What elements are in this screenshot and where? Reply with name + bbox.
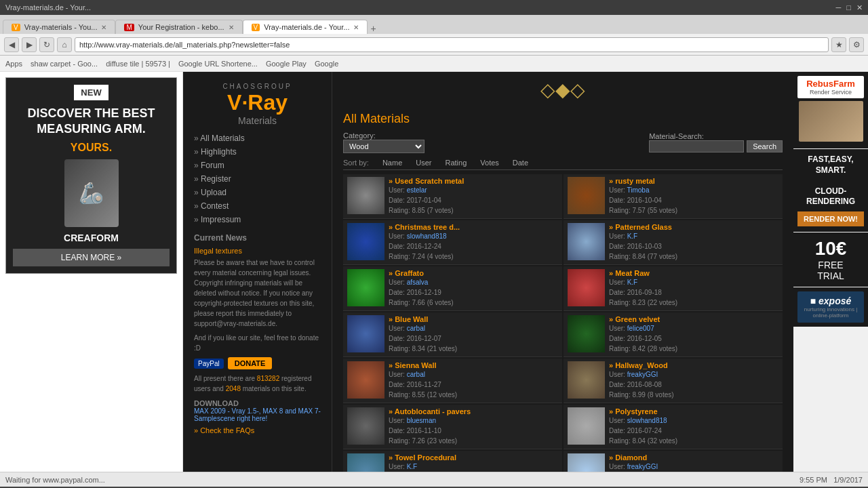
mat-name[interactable]: » Meat Raw [609,269,778,277]
mat-info: » Christmas tree d... User: slowhand818 … [389,223,558,262]
category-select[interactable]: Wood [343,140,425,153]
mat-info: » Hallway_Wood User: freakyGGI Date: 201… [609,361,778,400]
tab-3-close[interactable]: ✕ [353,24,359,31]
sort-rating[interactable]: Rating [445,159,467,167]
sort-name[interactable]: Name [382,159,402,167]
nav-register[interactable]: Register [194,172,321,186]
nav-links: All Materials Highlights Forum Register … [183,131,332,226]
nav-highlights[interactable]: Highlights [194,145,321,159]
bookmark-google[interactable]: Google [315,60,338,68]
mat-user[interactable]: K.F [407,463,418,470]
mat-name[interactable]: » Towel Procedural [389,453,558,462]
mat-user[interactable]: slowhand818 [407,232,447,240]
mat-name[interactable]: » Polystyrene [609,407,778,415]
mat-user[interactable]: carbal [407,371,425,378]
bookmark-btn[interactable]: ★ [831,37,846,52]
trial-price: 10€ [797,238,864,260]
mat-user[interactable]: estelar [407,186,427,194]
new-tab-btn[interactable]: + [370,23,376,34]
download-links[interactable]: MAX 2009 - Vray 1.5-, MAX 8 and MAX 7-Sa… [194,407,321,422]
faq-link[interactable]: » Check the FAQs [194,426,321,434]
mat-name[interactable]: » Used Scratch metal [389,177,558,185]
mat-name[interactable]: » Graffato [389,269,558,277]
settings-btn[interactable]: ⚙ [849,37,864,52]
mat-meta: User: carbal Date: 2016-11-27 Rating: 8.… [389,369,558,400]
tab-2-label: Your Registration - kebo... [138,23,224,31]
mat-name[interactable]: » rusty metal [609,177,778,185]
left-sidebar: CHAOSGROUP V·Ray Materials All Materials… [183,72,332,472]
nav-all-materials[interactable]: All Materials [194,131,321,145]
nav-bar: ◀ ▶ ↻ ⌂ ★ ⚙ [0,34,868,56]
mat-name[interactable]: » Autoblocanti - pavers [389,407,558,415]
tab-3[interactable]: V Vray-materials.de - Your... ✕ [243,20,368,34]
mat-user[interactable]: freakyGGI [627,463,658,470]
mat-meta: User: K.F Date: 2016-09-18 Rating: 8.23 … [609,277,778,308]
download-section: DOWNLOAD MAX 2009 - Vray 1.5-, MAX 8 and… [183,399,332,422]
nav-contest[interactable]: Contest [194,199,321,213]
mat-meta: User: bluesman Date: 2016-11-10 Rating: … [389,415,558,446]
back-btn[interactable]: ◀ [4,37,19,52]
mat-name[interactable]: » Christmas tree d... [389,223,558,231]
learn-more-btn[interactable]: LEARN MORE » [13,249,170,266]
diamond-logo-area: ◇◆◇ [332,72,793,108]
mat-user[interactable]: freakyGGI [627,371,658,378]
right-ad-panel: RebusFarm Render Service FAST,EASY,SMART… [793,72,868,472]
maximize-btn[interactable]: □ [846,3,851,12]
users-link[interactable]: 813282 [257,375,279,382]
home-btn[interactable]: ⌂ [57,37,72,52]
mat-user[interactable]: Timoba [627,186,650,194]
sort-user[interactable]: User [416,159,431,167]
sort-date[interactable]: Date [513,159,528,167]
mat-user[interactable]: slowhand818 [627,417,667,424]
mat-name[interactable]: » Sienna Wall [389,361,558,369]
sort-votes[interactable]: Votes [480,159,499,167]
nav-upload[interactable]: Upload [194,186,321,199]
mat-name[interactable]: » Diamond [609,453,778,462]
mat-thumbnail [347,453,384,472]
all-materials-section: All Materials Category: Wood Material-Se… [332,108,793,472]
bookmark-diffuse[interactable]: diffuse tile | 59573 | [106,60,170,68]
mat-user[interactable]: K.F [627,279,638,286]
mat-user[interactable]: bluesman [407,417,436,424]
close-btn[interactable]: ✕ [856,3,863,12]
forward-btn[interactable]: ▶ [22,37,37,52]
bookmark-apps[interactable]: Apps [5,60,22,68]
mat-meta: User: slowhand818 Date: 2016-12-24 Ratin… [389,231,558,262]
mat-user[interactable]: felice007 [627,325,654,332]
bookmark-shaw[interactable]: shaw carpet - Goo... [31,60,98,68]
refresh-btn[interactable]: ↻ [39,37,54,52]
ad-title: DISCOVER THE BEST MEASURING ARM. [13,106,170,138]
tab-1-close[interactable]: ✕ [101,24,106,31]
tab-1[interactable]: V Vray-materials - You... ✕ [3,20,115,34]
tab-1-favicon: V [12,24,20,31]
arm-image: 🦾 [64,159,119,227]
mat-name[interactable]: » Patterned Glass [609,223,778,231]
sort-row: Sort by: Name User Rating Votes Date [343,159,783,170]
materials-link[interactable]: 2048 [226,385,241,392]
mat-user[interactable]: carbal [407,325,425,332]
render-now-btn[interactable]: RENDER NOW! [797,211,864,226]
mat-user[interactable]: K.F [627,232,638,240]
donate-btn[interactable]: DONATE [228,357,273,369]
vray-logo: V·Ray [194,90,321,115]
nav-forum[interactable]: Forum [194,159,321,172]
nav-impressum[interactable]: Impressum [194,213,321,226]
tab-2[interactable]: M Your Registration - kebo... ✕ [115,20,242,34]
news-headline[interactable]: Illegal textures [194,247,321,255]
tab-2-close[interactable]: ✕ [229,24,234,31]
mat-user[interactable]: afsalva [407,279,429,286]
material-item: » Used Scratch metal User: estelar Date:… [343,174,562,219]
rebusfarm-ad: RebusFarm Render Service [793,72,868,148]
bookmark-google-play[interactable]: Google Play [266,60,307,68]
address-bar[interactable] [75,37,829,52]
mat-name[interactable]: » Blue Wall [389,315,558,323]
material-item: » Towel Procedural User: K.F Date: 2016-… [343,451,562,472]
search-button[interactable]: Search [747,140,783,152]
mat-name[interactable]: » Hallway_Wood [609,361,778,369]
search-input[interactable] [649,140,744,152]
main-content: ◇◆◇ All Materials Category: Wood Materia… [332,72,793,472]
mat-name[interactable]: » Green velvet [609,315,778,323]
bookmark-google-url[interactable]: Google URL Shortene... [178,60,258,68]
minimize-btn[interactable]: ─ [836,3,842,12]
mat-info: » Blue Wall User: carbal Date: 2016-12-0… [389,315,558,354]
